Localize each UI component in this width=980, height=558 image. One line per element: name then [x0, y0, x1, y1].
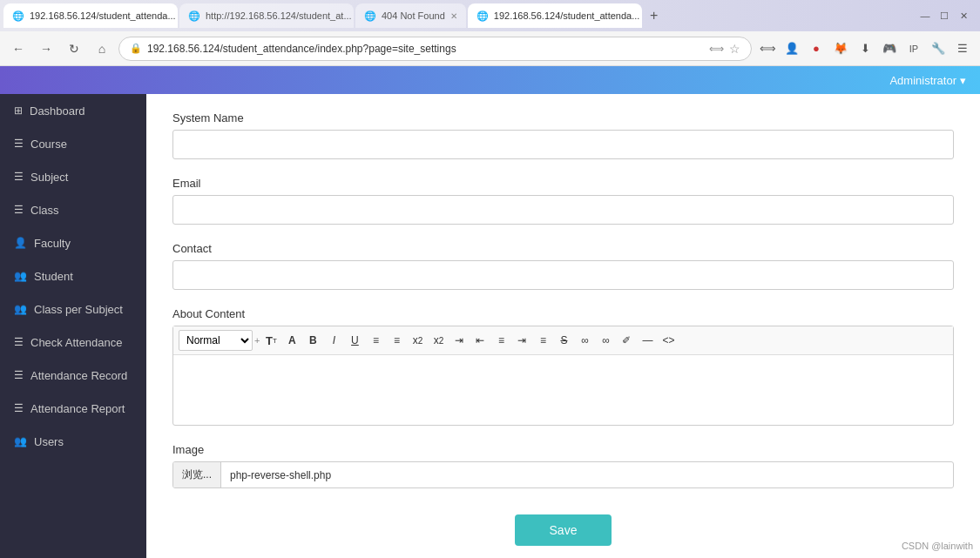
- sidebar-label-subject: Subject: [30, 171, 68, 184]
- tab-4-favicon: 🌐: [476, 10, 489, 22]
- sidebar-label-dashboard: Dashboard: [30, 104, 85, 118]
- tab-2[interactable]: 🌐 http://192.168.56.124/student_at... ✕: [179, 3, 354, 28]
- download-icon[interactable]: ⬇: [855, 38, 875, 59]
- contact-group: Contact: [172, 242, 954, 290]
- toolbar-unordered-list[interactable]: ≡: [387, 331, 406, 350]
- sidebar-item-course[interactable]: ☰ Course: [0, 127, 146, 160]
- close-button[interactable]: ✕: [957, 10, 970, 22]
- tab-4[interactable]: 🌐 192.168.56.124/student_attenda... ✕: [468, 3, 642, 28]
- class-per-subject-icon: 👥: [14, 303, 27, 315]
- toolbar-unlink[interactable]: ∞: [596, 331, 615, 350]
- format-select[interactable]: Normal Heading 1 Heading 2 Heading 3: [179, 330, 253, 351]
- toolbar-font-size[interactable]: TT: [261, 331, 280, 350]
- sidebar-item-attendance-report[interactable]: ☰ Attendance Report: [0, 392, 146, 425]
- sidebar-item-dashboard[interactable]: ⊞ Dashboard: [0, 94, 146, 127]
- system-name-group: System Name: [172, 111, 954, 159]
- sidebar-item-users[interactable]: 👥 Users: [0, 425, 146, 458]
- sidebar-item-class[interactable]: ☰ Class: [0, 193, 146, 226]
- file-name-display: php-reverse-shell.php: [221, 464, 953, 487]
- extension-icon-1[interactable]: ●: [806, 38, 827, 59]
- toolbar-hr[interactable]: —: [638, 331, 657, 350]
- toolbar-bold[interactable]: B: [303, 331, 322, 350]
- toolbar-strikethrough[interactable]: S: [554, 331, 573, 350]
- toolbar-align-justify[interactable]: ≡: [533, 331, 552, 350]
- security-icon: 🔒: [130, 43, 142, 54]
- sidebar-label-class: Class: [30, 204, 59, 217]
- toolbar-align-right[interactable]: ⇥: [512, 331, 531, 350]
- sidebar-item-attendance-record[interactable]: ☰ Attendance Record: [0, 359, 146, 392]
- toolbar-indent[interactable]: ⇥: [449, 331, 469, 350]
- toolbar-subscript[interactable]: x2: [408, 331, 427, 350]
- toolbar-ordered-list[interactable]: ≡: [366, 331, 385, 350]
- save-button[interactable]: Save: [515, 514, 612, 546]
- tab-1[interactable]: 🌐 192.168.56.124/student_attenda... ✕: [3, 3, 178, 28]
- translate-btn[interactable]: ⟺: [757, 38, 778, 59]
- toolbar-underline[interactable]: U: [345, 331, 364, 350]
- toolbar-highlight[interactable]: ✐: [617, 331, 636, 350]
- about-content-group: About Content Normal Heading 1 Heading 2…: [172, 307, 954, 426]
- sidebar: ⊞ Dashboard ☰ Course ☰ Subject ☰ Class 👤…: [0, 94, 146, 558]
- contact-input[interactable]: [172, 260, 954, 290]
- minimize-button[interactable]: —: [919, 10, 931, 22]
- system-name-label: System Name: [172, 111, 954, 124]
- url-bar[interactable]: 🔒 192.168.56.124/student_attendance/inde…: [118, 37, 752, 61]
- sidebar-label-course: Course: [30, 138, 67, 151]
- back-button[interactable]: ←: [7, 37, 30, 60]
- sidebar-item-subject[interactable]: ☰ Subject: [0, 160, 146, 193]
- tab-3[interactable]: 🌐 404 Not Found ✕: [355, 3, 466, 28]
- home-button[interactable]: ⌂: [91, 37, 113, 60]
- extension-icon-3[interactable]: 🎮: [879, 38, 900, 59]
- settings-form: System Name Email Contact About Content: [172, 111, 954, 546]
- toolbar-align-center[interactable]: ≡: [491, 331, 510, 350]
- sidebar-item-class-per-subject[interactable]: 👥 Class per Subject: [0, 292, 146, 326]
- button-row: Save: [172, 506, 954, 546]
- new-tab-button[interactable]: +: [644, 5, 665, 26]
- sidebar-item-faculty[interactable]: 👤 Faculty: [0, 226, 146, 259]
- system-name-input[interactable]: [172, 130, 954, 159]
- attendance-record-icon: ☰: [14, 369, 24, 381]
- maximize-button[interactable]: ☐: [938, 10, 950, 22]
- sidebar-label-check-attendance: Check Attendance: [30, 336, 123, 349]
- window-controls: — ☐ ✕: [919, 10, 977, 22]
- format-divider: +: [254, 335, 260, 346]
- admin-label[interactable]: Administrator: [889, 74, 956, 87]
- sidebar-label-student: Student: [34, 270, 73, 283]
- top-info-bar: Administrator ▾: [0, 66, 980, 94]
- file-browse-button[interactable]: 浏览...: [173, 462, 221, 487]
- sidebar-item-student[interactable]: 👥 Student: [0, 259, 146, 292]
- user-label[interactable]: IP: [903, 38, 924, 59]
- sidebar-item-check-attendance[interactable]: ☰ Check Attendance: [0, 326, 146, 359]
- dashboard-icon: ⊞: [14, 104, 23, 117]
- content-area: System Name Email Contact About Content: [146, 94, 980, 558]
- about-content-label: About Content: [172, 307, 954, 320]
- admin-dropdown-icon[interactable]: ▾: [960, 74, 966, 87]
- tab-3-title: 404 Not Found: [382, 10, 445, 21]
- bookmark-icon[interactable]: ☆: [729, 42, 740, 56]
- toolbar-superscript[interactable]: x2: [429, 331, 448, 350]
- tab-1-favicon: 🌐: [12, 10, 24, 22]
- profile-icon[interactable]: 👤: [781, 38, 802, 59]
- forward-button[interactable]: →: [35, 37, 57, 60]
- sidebar-label-class-per-subject: Class per Subject: [34, 303, 123, 316]
- tab-bar: 🌐 192.168.56.124/student_attenda... ✕ 🌐 …: [0, 0, 980, 31]
- editor-body[interactable]: [173, 355, 953, 425]
- toolbar-align-left[interactable]: ⇤: [470, 331, 490, 350]
- extension-icon-4[interactable]: 🔧: [928, 38, 949, 59]
- sidebar-label-attendance-record: Attendance Record: [30, 369, 127, 382]
- toolbar-link[interactable]: ∞: [575, 331, 594, 350]
- sidebar-label-users: Users: [34, 435, 64, 448]
- rich-text-editor: Normal Heading 1 Heading 2 Heading 3 + T…: [172, 326, 954, 426]
- toolbar-source[interactable]: <>: [659, 331, 678, 350]
- url-text: 192.168.56.124/student_attendance/index.…: [147, 43, 704, 55]
- main-layout: ⊞ Dashboard ☰ Course ☰ Subject ☰ Class 👤…: [0, 94, 980, 558]
- tab-1-title: 192.168.56.124/student_attenda...: [30, 10, 176, 21]
- email-input[interactable]: [172, 195, 954, 225]
- check-attendance-icon: ☰: [14, 336, 24, 348]
- menu-button[interactable]: ☰: [952, 38, 973, 59]
- extension-icon-2[interactable]: 🦊: [830, 38, 851, 59]
- tab-3-close[interactable]: ✕: [450, 11, 457, 21]
- toolbar-font-color[interactable]: A: [282, 331, 301, 350]
- tab-2-title: http://192.168.56.124/student_at...: [206, 10, 352, 21]
- reload-button[interactable]: ↻: [63, 37, 85, 60]
- toolbar-italic[interactable]: I: [324, 331, 343, 350]
